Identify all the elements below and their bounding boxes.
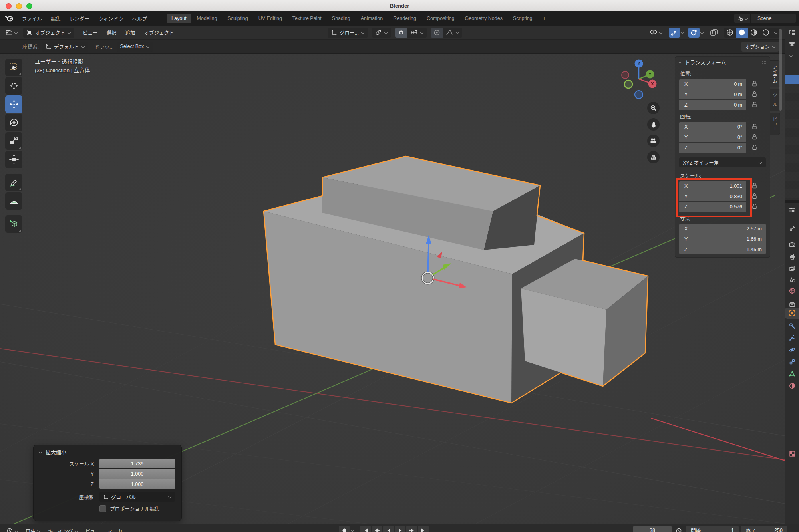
proportional-falloff-dropdown[interactable] bbox=[443, 28, 462, 38]
rotation-y-field[interactable]: Y0° bbox=[679, 132, 746, 142]
blender-logo-icon[interactable] bbox=[5, 15, 14, 22]
menu-select[interactable]: 選択 bbox=[102, 29, 121, 36]
tool-rotate[interactable] bbox=[5, 114, 22, 131]
close-window-button[interactable] bbox=[6, 3, 12, 9]
properties-tab-object-data[interactable] bbox=[785, 368, 799, 379]
current-frame-field[interactable]: 38 bbox=[633, 526, 672, 532]
tool-cursor[interactable] bbox=[5, 77, 22, 95]
properties-tab-view-layer[interactable] bbox=[785, 263, 799, 274]
scale-y-field[interactable]: Y0.830 bbox=[679, 191, 746, 201]
dimensions-x-field[interactable]: X2.57 m bbox=[679, 224, 766, 234]
timeline-menu-view[interactable]: ビュー bbox=[82, 527, 104, 532]
menu-object[interactable]: オブジェクト bbox=[140, 29, 179, 36]
scene-browse-button[interactable] bbox=[734, 14, 750, 23]
lock-icon[interactable] bbox=[752, 183, 757, 189]
menu-window[interactable]: ウィンドウ bbox=[94, 12, 128, 25]
sidebar-tab-view[interactable]: ビュー bbox=[769, 113, 780, 135]
previous-keyframe-button[interactable] bbox=[372, 526, 382, 532]
shading-wireframe-button[interactable] bbox=[724, 28, 736, 38]
tool-move[interactable] bbox=[5, 95, 22, 113]
panel-header[interactable]: トランスフォーム bbox=[675, 57, 770, 67]
mode-dropdown[interactable]: オブジェクト bbox=[23, 28, 74, 38]
axis-neg-x-ball[interactable] bbox=[622, 71, 629, 79]
tab-compositing[interactable]: Compositing bbox=[422, 14, 459, 23]
tab-uv-editing[interactable]: UV Editing bbox=[254, 14, 287, 23]
options-button[interactable]: オプション bbox=[741, 42, 779, 52]
editor-type-button[interactable] bbox=[3, 28, 20, 38]
tab-layout[interactable]: Layout bbox=[167, 14, 191, 23]
drag-dots-icon[interactable] bbox=[760, 60, 767, 64]
axis-neg-z-ball[interactable] bbox=[635, 91, 643, 99]
frame-start-field[interactable]: 開始1 bbox=[686, 526, 739, 532]
auto-keying-button[interactable] bbox=[339, 526, 350, 532]
sidebar-tab-item[interactable]: アイテム bbox=[769, 60, 780, 87]
shading-solid-button[interactable] bbox=[736, 28, 748, 38]
lock-icon[interactable] bbox=[752, 123, 757, 129]
menu-file[interactable]: ファイル bbox=[18, 12, 46, 25]
resize-y-field[interactable]: 1.000 bbox=[99, 469, 175, 479]
snap-toggle-button[interactable] bbox=[395, 28, 407, 38]
tool-annotate[interactable] bbox=[5, 174, 22, 191]
play-button[interactable] bbox=[395, 526, 405, 532]
scale-x-field[interactable]: X1.001 bbox=[679, 181, 746, 191]
dimensions-z-field[interactable]: Z1.45 m bbox=[679, 244, 766, 254]
properties-tab-particles[interactable] bbox=[785, 332, 799, 343]
outliner-editor-icon[interactable] bbox=[788, 29, 796, 36]
properties-tab-object[interactable] bbox=[785, 308, 799, 319]
3d-viewport[interactable]: ユーザー・透視投影 (38) Collection | 立方体 bbox=[0, 54, 785, 524]
location-z-field[interactable]: Z0 m bbox=[679, 100, 746, 110]
lock-icon[interactable] bbox=[752, 101, 757, 107]
shading-material-button[interactable] bbox=[748, 28, 760, 38]
tool-add-cube[interactable] bbox=[5, 215, 22, 233]
chevron-down-icon[interactable] bbox=[789, 53, 793, 58]
timeline-menu-keying[interactable]: キーイング bbox=[44, 527, 82, 532]
mesh-object[interactable] bbox=[264, 156, 648, 403]
outliner-selected-row[interactable] bbox=[785, 75, 799, 84]
timeline-editor-type-button[interactable] bbox=[2, 528, 22, 532]
properties-tab-constraints[interactable] bbox=[785, 356, 799, 367]
overlays-dropdown[interactable] bbox=[700, 31, 704, 34]
tab-animation[interactable]: Animation bbox=[356, 14, 388, 23]
properties-tab-output[interactable] bbox=[785, 251, 799, 262]
filter-icon[interactable] bbox=[788, 41, 796, 48]
properties-tab-physics[interactable] bbox=[785, 344, 799, 355]
menu-add[interactable]: 追加 bbox=[121, 29, 140, 36]
menu-help[interactable]: ヘルプ bbox=[128, 12, 152, 25]
scene-name-field[interactable]: Scene bbox=[751, 14, 796, 23]
rotation-x-field[interactable]: X0° bbox=[679, 122, 746, 132]
tab-shading[interactable]: Shading bbox=[327, 14, 355, 23]
tab-modeling[interactable]: Modeling bbox=[192, 14, 222, 23]
tab-scripting[interactable]: Scripting bbox=[508, 14, 537, 23]
lock-icon[interactable] bbox=[752, 91, 757, 97]
tool-measure[interactable] bbox=[5, 192, 22, 210]
snap-to-dropdown[interactable] bbox=[407, 28, 427, 38]
properties-editor-icon[interactable] bbox=[788, 206, 796, 213]
location-y-field[interactable]: Y0 m bbox=[679, 89, 746, 99]
pivot-point-dropdown[interactable] bbox=[372, 28, 391, 38]
resize-x-field[interactable]: 1.739 bbox=[99, 459, 175, 468]
rotation-z-field[interactable]: Z0° bbox=[679, 143, 746, 153]
tab-geometry-nodes[interactable]: Geometry Nodes bbox=[460, 14, 507, 23]
location-x-field[interactable]: X0 m bbox=[679, 79, 746, 89]
properties-tab-texture[interactable] bbox=[785, 448, 799, 459]
lock-icon[interactable] bbox=[752, 193, 757, 199]
camera-view-button[interactable] bbox=[647, 135, 660, 147]
tool-select-box[interactable] bbox=[5, 59, 22, 76]
rotation-mode-dropdown[interactable]: XYZ オイラー角 bbox=[679, 157, 766, 167]
menu-edit[interactable]: 編集 bbox=[46, 12, 65, 25]
tool-transform[interactable] bbox=[5, 151, 22, 168]
show-overlays-toggle[interactable] bbox=[688, 28, 700, 38]
axis-neg-y-ball[interactable] bbox=[624, 80, 632, 88]
menu-view[interactable]: ビュー bbox=[78, 29, 102, 36]
gizmo-z-arrow[interactable] bbox=[428, 243, 429, 272]
tab-rendering[interactable]: Rendering bbox=[388, 14, 421, 23]
lock-icon[interactable] bbox=[752, 134, 757, 140]
tab-texture-paint[interactable]: Texture Paint bbox=[288, 14, 326, 23]
timeline-menu-playback[interactable]: 再生 bbox=[22, 527, 44, 532]
select-mode-dropdown[interactable]: Select Box bbox=[117, 42, 153, 52]
properties-tab-world[interactable] bbox=[785, 285, 799, 296]
timeline-menu-marker[interactable]: マーカー bbox=[104, 527, 131, 532]
add-workspace-button[interactable]: + bbox=[538, 14, 551, 23]
orientation-dropdown[interactable]: グローバル bbox=[99, 492, 175, 502]
navigation-gizmo[interactable]: Z Y X bbox=[615, 57, 663, 105]
